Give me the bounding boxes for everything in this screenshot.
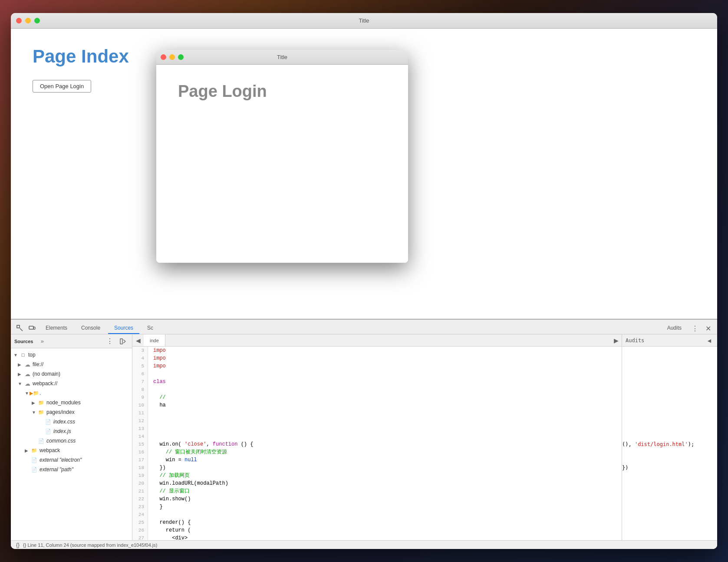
devtools-content: Sources » ⋮ ▼ □ top [11,334,717,540]
tree-item-path[interactable]: 📄 external "path" [11,465,132,474]
minimize-button[interactable] [25,18,31,23]
tree-item-pagesindex[interactable]: ▼ 📁 pages/index [11,407,132,417]
sources-nav-icon[interactable] [117,336,128,347]
code-text-content: impo impo impo clas // ha [148,347,622,540]
tree-item-nodomain[interactable]: ▶ ☁ (no domain) [11,369,132,379]
tab-sources[interactable]: Sources [108,323,139,334]
audits-label: Audits [626,337,644,344]
more-options-icon[interactable]: ⋮ [689,323,701,334]
line-num-15: 15 [136,440,144,448]
inspect-element-icon[interactable] [14,323,26,334]
tree-label-nodomain: (no domain) [33,371,60,377]
tree-item-nodemodules[interactable]: ▶ 📁 node_modules [11,398,132,407]
right-line-11 [622,409,717,417]
tab-elements[interactable]: Elements [40,323,73,334]
code-line-19: // 加载网页 [153,472,616,479]
file-icon-electron: 📄 [31,456,38,463]
popup-content: Page Login [156,65,408,263]
popup-window-controls [161,54,184,60]
code-line-16: // 窗口被关闭时清空资源 [153,448,616,456]
tree-item-dot[interactable]: ▼ ▶📁 . [11,388,132,398]
tree-item-electron[interactable]: 📄 external "electron" [11,455,132,465]
sources-menu-icon[interactable]: ⋮ [104,336,115,347]
open-login-button[interactable]: Open Page Login [33,80,91,93]
right-line-15: (), 'dist/login.html'); [622,440,717,448]
tree-label-path: external "path" [40,466,73,473]
tree-label-indexcss: index.css [53,419,75,425]
folder-icon-pagesindex: 📁 [38,409,45,416]
tree-arrow-nodemodules: ▶ [32,400,37,405]
tab-sc-truncated[interactable]: Sc [141,323,159,334]
code-editor-area[interactable]: 3 4 5 6 7 8 9 10 11 12 13 [132,347,622,540]
code-nav-right[interactable]: ▶ [610,334,622,346]
right-line-16 [622,448,717,456]
code-tab-inde[interactable]: inde [144,334,165,346]
tree-item-file[interactable]: ▶ ☁ file:// [11,360,132,369]
code-tab-label: inde [150,338,159,343]
file-icon-indexjs: 📄 [45,428,52,435]
maximize-button[interactable] [34,18,40,23]
code-line-10: ha [153,401,616,409]
tab-console[interactable]: Console [75,323,106,334]
popup-maximize-button[interactable] [178,54,184,60]
tree-label-pagesindex: pages/index [46,409,75,415]
right-line-5 [622,362,717,370]
folder-icon-webpack: 📁 [31,447,38,454]
tree-label-dot: . [40,390,41,396]
sources-sidebar-header: Sources » ⋮ [11,334,132,348]
right-line-3 [622,347,717,354]
code-nav-left[interactable]: ◀ [132,334,144,346]
right-line-12 [622,417,717,425]
code-line-5: impo [153,362,616,370]
line-num-25: 25 [136,519,144,526]
tree-label-webpackfolder: webpack [40,447,60,453]
popup-title: Title [277,54,287,60]
tree-item-commoncss[interactable]: 📄 common.css [11,436,132,446]
file-icon-indexcss: 📄 [45,418,52,425]
tree-label-nodemodules: node_modules [46,400,81,406]
file-icon-path: 📄 [31,466,38,473]
popup-window: Title Page Login [156,50,408,263]
cloud-icon-file: ☁ [24,361,31,368]
tree-label-commoncss: common.css [46,438,76,444]
close-devtools-icon[interactable]: ✕ [702,323,714,334]
device-toolbar-icon[interactable] [26,323,38,334]
file-icon-commoncss: 📄 [38,437,45,444]
tree-label-indexjs: index.js [53,428,71,434]
tree-item-top[interactable]: ▼ □ top [11,350,132,360]
line-num-8: 8 [136,386,144,393]
line-num-17: 17 [136,456,144,464]
sources-expand-icon[interactable]: » [36,336,48,347]
tree-arrow-webpackfolder: ▶ [25,448,30,453]
tree-item-webpack[interactable]: ▼ ☁ webpack:// [11,379,132,388]
tree-item-webpackfolder[interactable]: ▶ 📁 webpack [11,446,132,455]
svg-rect-3 [33,327,35,329]
cloud-icon-webpack: ☁ [24,380,31,387]
right-line-8 [622,386,717,393]
tree-item-indexcss[interactable]: 📄 index.css [11,417,132,426]
line-num-22: 22 [136,495,144,503]
tree-arrow-pagesindex: ▼ [32,410,37,415]
main-window-titlebar: Title [11,13,717,29]
line-num-7: 7 [136,378,144,386]
svg-rect-2 [29,326,33,329]
right-line-18: }) [622,464,717,472]
code-tabs-bar: ◀ inde ▶ [132,334,622,347]
right-nav-icon[interactable]: ◀ [705,337,714,344]
popup-titlebar: Title [156,50,408,65]
tab-audits[interactable]: Audits [661,323,688,334]
tree-item-indexjs[interactable]: 📄 index.js [11,426,132,436]
popup-minimize-button[interactable] [169,54,175,60]
tree-label-top: top [28,352,36,358]
line-num-3: 3 [136,347,144,354]
right-line-6 [622,370,717,378]
close-button[interactable] [16,18,22,23]
code-line-17: win = null [153,456,616,464]
right-line-9 [622,393,717,401]
popup-close-button[interactable] [161,54,166,60]
code-line-7: clas [153,378,616,386]
tree-arrow-file: ▶ [18,362,23,367]
svg-line-5 [123,340,125,341]
code-line-14 [153,433,616,440]
right-line-7 [622,378,717,386]
